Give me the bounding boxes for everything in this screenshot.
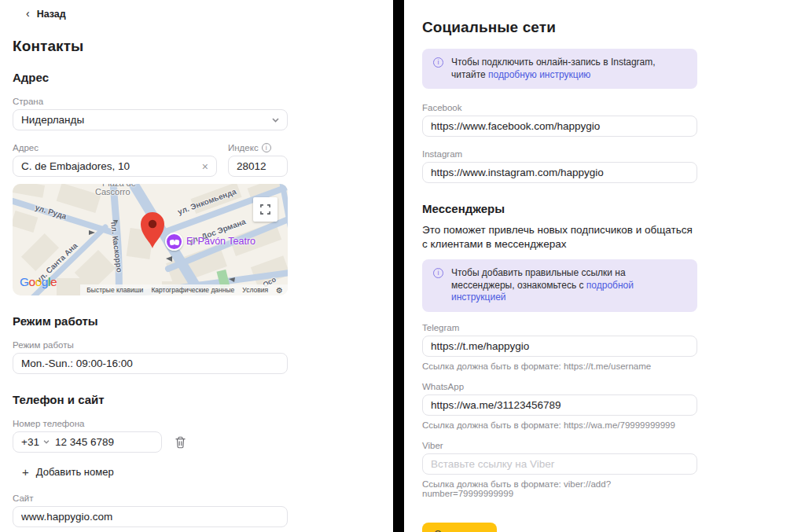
whatsapp-input[interactable] (422, 394, 697, 416)
telegram-label: Telegram (422, 323, 697, 332)
back-button[interactable]: ‹ Назад (26, 9, 66, 20)
save-button[interactable]: Сохранить (422, 523, 497, 532)
country-select[interactable]: Нидерланды (13, 109, 288, 130)
phone-row: +31 12 345 6789 (13, 431, 288, 453)
messengers-info-banner: i Чтобы добавить правильные ссылки на ме… (422, 259, 697, 312)
index-info-icon[interactable]: i (262, 143, 271, 152)
social-panel: Социальные сети i Чтобы подключить онлай… (422, 0, 697, 532)
hours-input[interactable] (13, 353, 288, 374)
address-section-heading: Адрес (13, 71, 288, 84)
index-input[interactable]: 28012 (228, 156, 288, 177)
add-number-button[interactable]: + Добавить номер (22, 465, 114, 479)
site-input[interactable] (13, 506, 288, 527)
viber-input[interactable] (422, 453, 697, 475)
map-shortcuts-link[interactable]: Быстрые клавиши (86, 286, 143, 294)
banner-text: Чтобы добавить правильные ссылки на месс… (451, 267, 652, 304)
country-code-select[interactable]: +31 (21, 436, 50, 448)
trash-icon (175, 436, 186, 449)
address-label: Адрес (13, 143, 39, 152)
index-label-wrap: Индекс i (228, 143, 288, 152)
google-logo[interactable]: Google (20, 275, 57, 289)
theater-poi-icon[interactable] (165, 233, 183, 251)
whatsapp-label: WhatsApp (422, 382, 697, 391)
country-label: Страна (13, 97, 288, 106)
back-chevron-icon: ‹ (26, 8, 30, 19)
facebook-label: Facebook (422, 103, 697, 112)
chevron-down-icon (43, 440, 50, 444)
address-value: C. de Embajadores, 10 (21, 160, 130, 172)
plus-icon: + (22, 465, 29, 479)
site-label: Сайт (13, 493, 288, 503)
map-terms-link[interactable]: Условия (242, 286, 268, 294)
messengers-description: Это поможет привлечь новых подписчиков и… (422, 223, 697, 251)
country-code-value: +31 (21, 436, 39, 448)
instruction-link[interactable]: подробную инструкцию (488, 69, 590, 80)
contacts-panel: ‹ Назад Контакты Адрес Страна Нидерланды… (13, 0, 288, 527)
fullscreen-icon (259, 204, 271, 215)
phone-number-value: 12 345 6789 (55, 436, 114, 448)
chevron-down-icon (272, 118, 279, 123)
map-data-link[interactable]: Картографические данные (151, 286, 234, 294)
viber-label: Viber (422, 441, 697, 450)
instagram-label: Instagram (422, 149, 697, 159)
phone-input[interactable]: +31 12 345 6789 (13, 431, 162, 453)
map-settings-gear-icon[interactable]: ⚙ (276, 286, 283, 295)
viber-hint: Ссылка должна быть в формате: viber://ad… (422, 479, 697, 498)
map-label-plaza: Cascorro (95, 187, 130, 196)
map[interactable]: Plaza de Cascorro ул. Руда пл. Каскорро … (13, 184, 288, 295)
clear-address-icon[interactable]: × (202, 160, 208, 173)
theater-poi-label: El Pavón Teatro (186, 236, 255, 247)
phone-site-section-heading: Телефон и сайт (13, 393, 288, 406)
info-icon: i (433, 57, 443, 68)
telegram-hint: Ссылка должна быть в формате: https://t.… (422, 361, 697, 371)
banner-text: Чтобы подключить онлайн-запись в Instagr… (451, 57, 686, 81)
address-input[interactable]: C. de Embajadores, 10 × (13, 156, 217, 177)
facebook-input[interactable] (422, 116, 697, 137)
instagram-info-banner: i Чтобы подключить онлайн-запись в Insta… (422, 49, 697, 89)
add-number-label: Добавить номер (36, 466, 114, 478)
country-value: Нидерланды (21, 114, 84, 126)
map-pin-icon (140, 211, 165, 248)
index-value: 28012 (237, 160, 266, 172)
delete-phone-button[interactable] (175, 436, 186, 449)
phone-label: Номер телефона (13, 419, 288, 428)
panel-divider (393, 0, 404, 532)
social-title: Социальные сети (422, 19, 697, 36)
hours-section-heading: Режим работы (13, 314, 288, 328)
telegram-input[interactable] (422, 336, 697, 357)
index-label: Индекс (228, 143, 259, 152)
fullscreen-button[interactable] (253, 197, 278, 222)
info-icon: i (433, 268, 443, 278)
whatsapp-hint: Ссылка должна быть в формате: https://wa… (422, 420, 697, 430)
messengers-heading: Мессенджеры (422, 202, 697, 215)
hours-label: Режим работы (13, 340, 288, 350)
page-title: Контакты (13, 38, 288, 55)
map-attribution: Быстрые клавиши Картографические данные … (80, 284, 288, 295)
back-label: Назад (37, 9, 66, 20)
instagram-input[interactable] (422, 162, 697, 183)
